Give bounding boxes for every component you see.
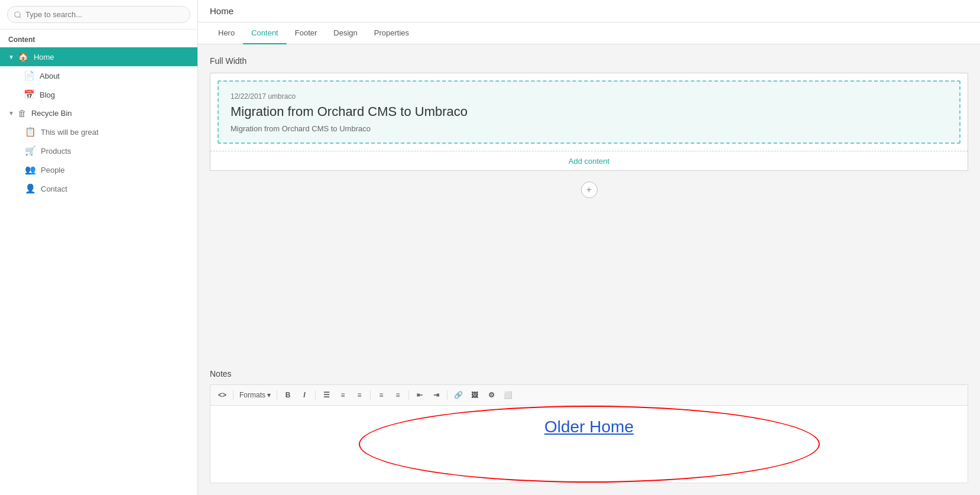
sidebar-item-this-will-be-great[interactable]: 📋 This will be great xyxy=(17,122,197,141)
content-item-meta: 12/22/2017 umbraco xyxy=(231,92,947,101)
sidebar-item-label-recycle-bin: Recycle Bin xyxy=(31,109,72,118)
sidebar-item-recycle-bin[interactable]: ▼ 🗑 Recycle Bin xyxy=(0,104,197,122)
editor-toolbar: <> Formats ▾ B I ☰ ≡ ≡ ≡ ≡ ⇤ ⇥ xyxy=(210,385,968,406)
blog-icon: 📅 xyxy=(24,89,35,100)
content-card-inner: 12/22/2017 umbraco Migration from Orchar… xyxy=(210,73,968,151)
page-title: Home xyxy=(210,6,233,16)
link-button[interactable]: 🔗 xyxy=(451,388,465,402)
home-children: 📄 About 📅 Blog xyxy=(0,66,197,104)
plus-btn-wrap: + xyxy=(210,171,968,209)
sidebar-item-label-home: Home xyxy=(34,53,54,62)
table-icon-1: 📋 xyxy=(25,127,36,137)
notes-section: Notes <> Formats ▾ B I ☰ ≡ ≡ ≡ ≡ xyxy=(198,369,980,495)
align-right-button[interactable]: ≡ xyxy=(352,388,366,402)
content-item-desc: Migration from Orchard CMS to Umbraco xyxy=(231,124,947,133)
tab-hero[interactable]: Hero xyxy=(210,22,243,44)
source-button[interactable]: <> xyxy=(215,388,229,402)
cart-icon: 🛒 xyxy=(25,145,36,156)
chevron-down-icon-recycle: ▼ xyxy=(8,110,14,117)
indent-button[interactable]: ⇥ xyxy=(429,388,443,402)
sidebar-item-label-people: People xyxy=(41,166,64,174)
sidebar-item-people[interactable]: 👥 People xyxy=(17,160,197,179)
chevron-down-icon: ▼ xyxy=(8,54,14,60)
sidebar-item-products[interactable]: 🛒 Products xyxy=(17,141,197,160)
settings-button[interactable]: ⚙ xyxy=(484,388,498,402)
tab-content[interactable]: Content xyxy=(243,22,287,44)
sidebar-item-contact[interactable]: 👤 Contact xyxy=(17,179,197,198)
search-input[interactable] xyxy=(7,6,190,23)
sidebar-item-home[interactable]: ▼ 🏠 Home xyxy=(0,47,197,66)
add-content-bar: Add content xyxy=(210,151,968,170)
sidebar-item-label-this-will-be-great: This will be great xyxy=(41,128,99,137)
outdent-button[interactable]: ⇤ xyxy=(413,388,427,402)
editor-body[interactable]: Older Home xyxy=(210,406,968,483)
tab-footer[interactable]: Footer xyxy=(287,22,326,44)
tab-properties[interactable]: Properties xyxy=(366,22,417,44)
contact-icon: 👤 xyxy=(25,183,36,194)
notes-label: Notes xyxy=(210,369,968,378)
sidebar: Content ▼ 🏠 Home 📄 About 📅 Blog ▼ 🗑 Recy… xyxy=(0,0,198,495)
search-bar xyxy=(0,0,197,30)
sidebar-item-label-products: Products xyxy=(41,147,71,156)
tabs-bar: Hero Content Footer Design Properties xyxy=(198,22,980,44)
editor-wrap: <> Formats ▾ B I ☰ ≡ ≡ ≡ ≡ ⇤ ⇥ xyxy=(210,384,968,483)
full-width-label: Full Width xyxy=(210,56,968,66)
top-bar: Home xyxy=(198,0,980,22)
sidebar-item-label-blog: Blog xyxy=(40,90,55,99)
sidebar-item-label-contact: Contact xyxy=(41,185,67,193)
toolbar-separator-4 xyxy=(370,390,371,400)
toolbar-separator-2 xyxy=(277,390,277,400)
content-section-label: Content xyxy=(0,30,197,47)
formats-chevron-icon: ▾ xyxy=(267,391,271,399)
align-center-button[interactable]: ≡ xyxy=(336,388,350,402)
content-area: Full Width 12/22/2017 umbraco Migration … xyxy=(198,44,980,369)
toolbar-separator-3 xyxy=(315,390,316,400)
unordered-list-button[interactable]: ≡ xyxy=(374,388,388,402)
main-content: Home Hero Content Footer Design Properti… xyxy=(198,0,980,495)
toolbar-separator-5 xyxy=(408,390,409,400)
people-icon: 👥 xyxy=(25,164,36,175)
add-content-link[interactable]: Add content xyxy=(569,157,609,166)
recycle-bin-children: 📋 This will be great 🛒 Products 👥 People… xyxy=(0,122,197,198)
toolbar-separator-1 xyxy=(233,390,233,400)
document-icon: 📄 xyxy=(24,70,35,81)
ordered-list-button[interactable]: ≡ xyxy=(391,388,405,402)
sidebar-item-label-about: About xyxy=(40,72,60,80)
align-left-button[interactable]: ☰ xyxy=(319,388,333,402)
sidebar-item-about[interactable]: 📄 About xyxy=(12,66,197,85)
sidebar-item-blog[interactable]: 📅 Blog xyxy=(12,85,197,104)
trash-icon: 🗑 xyxy=(18,108,27,118)
formats-label: Formats xyxy=(239,391,265,399)
formats-dropdown[interactable]: Formats ▾ xyxy=(237,390,273,400)
image-button[interactable]: 🖼 xyxy=(468,388,482,402)
toolbar-separator-6 xyxy=(447,390,447,400)
tab-design[interactable]: Design xyxy=(325,22,365,44)
add-section-button[interactable]: + xyxy=(581,182,598,198)
content-card: 12/22/2017 umbraco Migration from Orchar… xyxy=(210,73,968,171)
content-item-title: Migration from Orchard CMS to Umbraco xyxy=(231,104,947,119)
italic-button[interactable]: I xyxy=(297,388,311,402)
bold-button[interactable]: B xyxy=(281,388,295,402)
content-item[interactable]: 12/22/2017 umbraco Migration from Orchar… xyxy=(218,80,960,144)
older-home-link[interactable]: Older Home xyxy=(216,418,962,436)
home-icon: 🏠 xyxy=(18,51,29,62)
fullscreen-button[interactable]: ⬜ xyxy=(501,388,515,402)
